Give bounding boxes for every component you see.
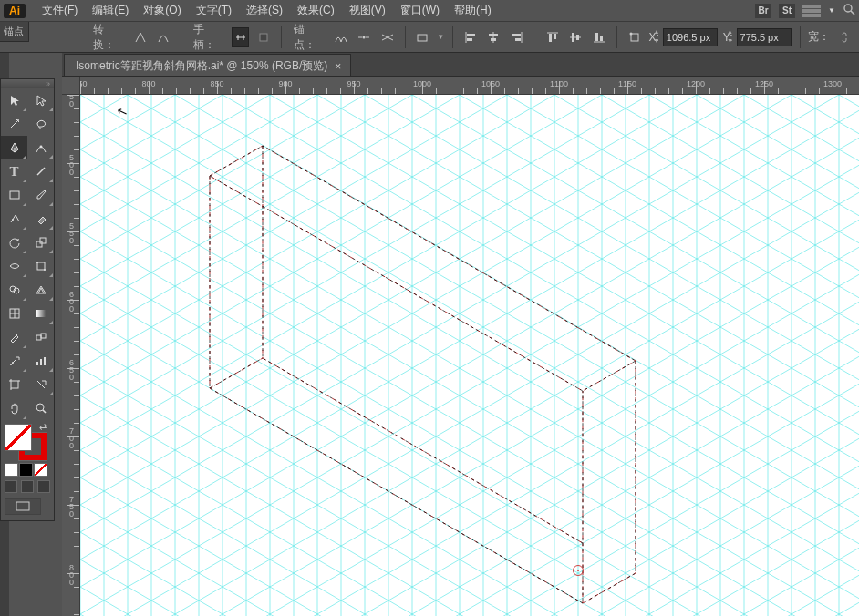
reference-point-icon[interactable] bbox=[626, 27, 644, 47]
ruler-v-label: 500 bbox=[69, 154, 74, 176]
stock-icon[interactable]: St bbox=[779, 4, 795, 18]
horizontal-ruler[interactable]: 7508008509009501000105011001150120012501… bbox=[80, 77, 859, 95]
shaper-tool[interactable] bbox=[1, 207, 27, 231]
svg-line-48 bbox=[43, 410, 46, 413]
connect-anchor-icon[interactable] bbox=[355, 27, 373, 47]
align-vcenter-icon[interactable] bbox=[567, 27, 585, 47]
x-step-down-icon[interactable]: ▼ bbox=[652, 37, 661, 46]
swap-fill-stroke-icon[interactable]: ⇄ bbox=[39, 422, 47, 432]
ruler-origin[interactable] bbox=[62, 77, 80, 95]
align-bottom-icon[interactable] bbox=[590, 27, 608, 47]
vertical-ruler[interactable]: 450500550600650700750800850 bbox=[62, 95, 80, 616]
svg-point-42 bbox=[12, 362, 14, 364]
cut-anchor-icon[interactable] bbox=[378, 27, 397, 47]
direct-selection-tool[interactable] bbox=[27, 88, 54, 112]
fill-swatch[interactable] bbox=[5, 424, 32, 451]
zoom-tool[interactable] bbox=[27, 396, 54, 420]
ruler-h-label: 800 bbox=[141, 79, 155, 88]
menu-c[interactable]: 效果(C) bbox=[290, 1, 342, 20]
screen-mode-button[interactable] bbox=[5, 498, 41, 515]
svg-rect-18 bbox=[572, 33, 574, 42]
menu-h[interactable]: 帮助(H) bbox=[447, 1, 499, 20]
remove-anchor-icon[interactable] bbox=[332, 27, 350, 47]
draw-inside-icon[interactable] bbox=[37, 480, 50, 493]
scale-tool[interactable] bbox=[27, 231, 54, 254]
none-mode-icon[interactable] bbox=[34, 463, 47, 477]
ruler-h-label: 1200 bbox=[687, 79, 705, 88]
document-title: Isometric等距视角斜角网格.ai* @ 150% (RGB/预览) bbox=[76, 58, 327, 74]
slice-tool[interactable] bbox=[27, 373, 54, 396]
toolbox-header[interactable]: » bbox=[1, 79, 54, 88]
artboard-tool[interactable] bbox=[1, 373, 27, 396]
gradient-tool[interactable] bbox=[27, 302, 54, 325]
workspace-layout-icon[interactable] bbox=[802, 5, 821, 17]
svg-rect-30 bbox=[36, 241, 42, 247]
menu-v[interactable]: 视图(V) bbox=[342, 1, 393, 20]
ruler-h-label: 1050 bbox=[481, 79, 500, 88]
align-right-icon[interactable] bbox=[508, 27, 526, 47]
paintbrush-tool[interactable] bbox=[27, 183, 54, 207]
y-coord-input[interactable] bbox=[737, 28, 792, 46]
close-tab-icon[interactable]: × bbox=[335, 60, 341, 73]
fill-stroke-swatches[interactable]: ⇄ bbox=[1, 420, 54, 520]
anchor-panel-tab[interactable]: 锚点 bbox=[0, 22, 29, 42]
convert-corner-icon[interactable] bbox=[131, 27, 150, 47]
gradient-mode-icon[interactable] bbox=[19, 463, 33, 477]
isolate-dropdown-icon[interactable]: ▼ bbox=[437, 33, 444, 41]
x-step-up-icon[interactable]: ▲ bbox=[652, 28, 661, 37]
rectangle-tool[interactable] bbox=[1, 183, 27, 207]
eyedropper-tool[interactable] bbox=[1, 325, 27, 349]
align-hcenter-icon[interactable] bbox=[485, 27, 503, 47]
svg-rect-4 bbox=[418, 35, 427, 41]
control-bar: 转换： 手柄： 锚点： ▼ X: ▲▼ Y: ▲▼ 宽： bbox=[0, 22, 859, 53]
workspace-dropdown-icon[interactable]: ▼ bbox=[828, 6, 835, 15]
x-coord-input[interactable] bbox=[663, 28, 718, 46]
menu-f[interactable]: 文件(F) bbox=[35, 1, 85, 20]
magic-wand-tool[interactable] bbox=[1, 112, 27, 136]
y-step-down-icon[interactable]: ▼ bbox=[726, 37, 735, 46]
svg-point-3 bbox=[363, 36, 366, 38]
shape-builder-tool[interactable] bbox=[1, 278, 27, 302]
link-wh-icon[interactable] bbox=[835, 27, 854, 47]
lasso-tool[interactable] bbox=[27, 112, 54, 136]
width-tool[interactable] bbox=[1, 254, 27, 278]
isolate-icon[interactable] bbox=[414, 27, 432, 47]
type-tool[interactable]: T bbox=[1, 159, 27, 183]
free-transform-tool[interactable] bbox=[27, 254, 54, 278]
selection-tool[interactable] bbox=[1, 88, 27, 112]
align-top-icon[interactable] bbox=[543, 27, 562, 47]
symbol-sprayer-tool[interactable] bbox=[1, 349, 27, 373]
svg-point-25 bbox=[17, 119, 19, 121]
menu-o[interactable]: 对象(O) bbox=[136, 1, 188, 20]
menu-e[interactable]: 编辑(E) bbox=[85, 1, 136, 20]
menu-w[interactable]: 窗口(W) bbox=[393, 1, 447, 20]
y-step-up-icon[interactable]: ▲ bbox=[726, 28, 735, 37]
convert-smooth-icon[interactable] bbox=[154, 27, 172, 47]
artboard[interactable]: ↖ bbox=[80, 95, 859, 616]
show-handles-icon[interactable] bbox=[232, 27, 250, 47]
align-left-icon[interactable] bbox=[461, 27, 480, 47]
line-tool[interactable] bbox=[27, 159, 54, 183]
bridge-icon[interactable]: Br bbox=[755, 4, 771, 18]
svg-rect-50 bbox=[80, 95, 859, 616]
svg-point-24 bbox=[629, 32, 632, 35]
hide-handles-icon[interactable] bbox=[254, 27, 273, 47]
search-icon[interactable] bbox=[843, 3, 855, 18]
menu-t[interactable]: 文字(T) bbox=[189, 1, 239, 20]
ruler-h-label: 1300 bbox=[823, 79, 842, 88]
perspective-grid-tool[interactable] bbox=[27, 278, 54, 302]
column-graph-tool[interactable] bbox=[27, 349, 54, 373]
curvature-tool[interactable] bbox=[27, 136, 54, 159]
menu-s[interactable]: 选择(S) bbox=[239, 1, 290, 20]
eraser-tool[interactable] bbox=[27, 207, 54, 231]
rotate-tool[interactable] bbox=[1, 231, 27, 254]
document-tab[interactable]: Isometric等距视角斜角网格.ai* @ 150% (RGB/预览) × bbox=[64, 54, 351, 76]
draw-behind-icon[interactable] bbox=[21, 480, 34, 493]
mesh-tool[interactable] bbox=[1, 302, 27, 325]
draw-normal-icon[interactable] bbox=[5, 480, 17, 493]
pen-tool[interactable] bbox=[1, 136, 27, 159]
ruler-v-label: 550 bbox=[69, 222, 74, 244]
hand-tool[interactable] bbox=[1, 396, 27, 420]
color-mode-icon[interactable] bbox=[5, 463, 18, 477]
blend-tool[interactable] bbox=[27, 325, 54, 349]
